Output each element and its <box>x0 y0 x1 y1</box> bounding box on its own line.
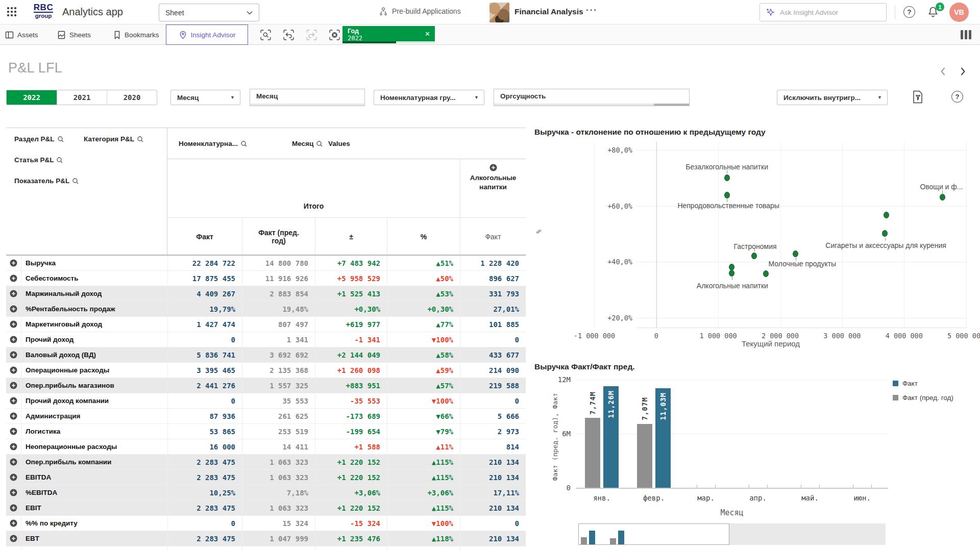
table-row[interactable]: EBT2 283 4751 047 999+1 235 476▲118%210 … <box>6 531 526 546</box>
row-label[interactable]: Валовый доход (ВД) <box>21 351 96 359</box>
chart-range-navigator[interactable] <box>578 523 886 545</box>
table-row[interactable]: EBIT2 283 4751 063 323+1 220 152▲115%210… <box>6 500 526 516</box>
row-label[interactable]: Выручка <box>21 259 56 267</box>
undo-selection-button[interactable] <box>282 29 295 41</box>
row-label[interactable]: Неоперационные расходы <box>21 443 117 450</box>
col-dim-nomenclature[interactable]: Номенклатурна... <box>179 140 248 147</box>
table-row[interactable]: Прочий доход01 341-1 341▼100%0 <box>6 332 526 347</box>
navigator-window[interactable] <box>578 523 729 545</box>
expand-row-icon[interactable] <box>6 347 21 362</box>
row-label[interactable]: %EBITDA <box>21 489 57 496</box>
row-label[interactable]: EBT <box>21 535 39 542</box>
bar-fact-prev[interactable] <box>637 424 652 488</box>
expand-row-icon[interactable] <box>6 485 21 500</box>
row-label-cell[interactable]: Прочий доход <box>6 332 167 347</box>
bar-fact-prev[interactable] <box>585 418 600 488</box>
insight-advisor-button[interactable]: Insight Advisor <box>166 24 248 45</box>
expand-row-icon[interactable] <box>6 378 21 393</box>
row-label[interactable]: EBITDA <box>21 473 51 481</box>
insight-advisor-search[interactable] <box>760 3 887 21</box>
redo-selection-button[interactable] <box>305 29 318 41</box>
scatter-point[interactable] <box>724 174 730 181</box>
table-row[interactable]: %% по кредиту015 324-15 324▼100%0 <box>6 516 526 531</box>
row-label-cell[interactable]: Логистика <box>6 424 167 439</box>
expand-icon[interactable] <box>10 397 17 405</box>
row-label-cell[interactable]: Прочий доход компании <box>6 393 167 408</box>
table-row[interactable]: Маржинальный доход4 409 2672 883 854+1 5… <box>6 286 526 302</box>
row-label[interactable]: Прочий доход <box>21 336 74 343</box>
row-label-cell[interactable]: %Рентабельность продаж <box>6 302 167 316</box>
row-label-cell[interactable]: Себестоимость <box>6 271 167 286</box>
nomenclature-dropdown[interactable]: Номенклатурная гру... ▼ <box>374 90 484 105</box>
measure-fact-alco[interactable]: Факт <box>460 217 526 256</box>
expand-row-icon[interactable] <box>6 363 21 378</box>
year-tab-2020[interactable]: 2020 <box>107 90 157 105</box>
layout-columns-icon[interactable] <box>961 30 971 39</box>
expand-row-icon[interactable] <box>6 439 21 454</box>
group-header-total[interactable]: Итого <box>167 159 460 217</box>
current-app-name[interactable]: Financial Analysis <box>514 7 583 16</box>
dim-statya[interactable]: Статья P&L <box>14 156 63 164</box>
row-label-cell[interactable]: Маркетинговый доход <box>6 317 167 332</box>
next-sheet-chevron[interactable] <box>957 65 970 79</box>
table-row[interactable]: Валовый доход (ВД)5 836 7413 692 692+2 1… <box>6 347 526 363</box>
expand-icon[interactable] <box>10 535 17 542</box>
expand-icon[interactable] <box>10 473 17 481</box>
row-label-cell[interactable]: Операционные расходы <box>6 363 167 378</box>
expand-icon[interactable] <box>10 351 17 359</box>
row-label-cell[interactable]: Валовый доход (ВД) <box>6 347 167 362</box>
expand-icon[interactable] <box>10 336 17 343</box>
prebuild-applications-link[interactable]: Pre-build Applications <box>379 7 461 16</box>
expand-row-icon[interactable] <box>6 500 21 515</box>
app-thumbnail[interactable] <box>489 3 509 22</box>
row-label-cell[interactable]: Неоперационные расходы <box>6 439 167 454</box>
expand-row-icon[interactable] <box>6 302 21 316</box>
expand-row-icon[interactable] <box>6 256 21 270</box>
expand-icon[interactable] <box>10 366 17 374</box>
row-label[interactable]: %Рентабельность продаж <box>21 305 115 313</box>
prev-sheet-chevron[interactable] <box>937 65 950 79</box>
row-label-cell[interactable]: EBITDA <box>6 470 167 485</box>
year-tab-2022[interactable]: 2022 <box>7 90 57 105</box>
expand-icon[interactable] <box>10 428 17 435</box>
clear-selections-button[interactable] <box>328 29 341 41</box>
app-launcher-icon[interactable] <box>7 7 18 18</box>
row-label-cell[interactable]: EBT <box>6 531 167 546</box>
scatter-point[interactable] <box>729 270 734 277</box>
dim-pokazatel[interactable]: Показатель P&L <box>14 177 79 185</box>
row-label-cell[interactable]: Опер.прибыль магазинов <box>6 378 167 393</box>
org-listbox[interactable]: Оргсущность <box>494 89 690 106</box>
table-row[interactable]: Опер.прибыль магазинов2 441 2761 557 325… <box>6 378 526 393</box>
listbox-scrollbar[interactable] <box>250 104 364 106</box>
row-label[interactable]: Администрация <box>21 412 80 420</box>
expand-icon[interactable] <box>10 504 17 512</box>
sheet-selector[interactable]: Sheet <box>159 4 259 21</box>
expand-icon[interactable] <box>10 274 17 282</box>
col-dim-values[interactable]: Values <box>328 140 350 147</box>
table-row[interactable] <box>6 546 526 551</box>
selection-chip-year[interactable]: Год 2022 ✕ <box>342 26 435 43</box>
help-icon[interactable]: ? <box>903 6 915 18</box>
more-menu[interactable]: ··· <box>586 5 598 15</box>
scatter-point[interactable] <box>751 253 757 259</box>
exclude-intragroup-dropdown[interactable]: Исключить внутригр... ▼ <box>777 90 888 105</box>
col-dim-month[interactable]: Месяц <box>292 140 323 147</box>
selections-tool-button[interactable] <box>259 29 272 41</box>
measure-delta[interactable]: ± <box>315 217 387 256</box>
expand-icon[interactable] <box>489 164 497 171</box>
dim-kategoria[interactable]: Категория P&L <box>84 135 144 143</box>
table-row[interactable]: EBITDA2 283 4751 063 323+1 220 152▲115%2… <box>6 470 526 485</box>
scatter-point[interactable] <box>763 270 769 277</box>
sheets-button[interactable]: Sheets <box>57 24 91 45</box>
user-avatar[interactable]: VB <box>949 3 969 22</box>
row-label[interactable]: %% по кредиту <box>21 519 78 527</box>
table-row[interactable]: Операционные расходы3 395 4652 135 368+1… <box>6 363 526 378</box>
dim-razdel[interactable]: Раздел P&L <box>14 135 64 143</box>
table-row[interactable]: Опер.прибыль компании2 283 4751 063 323+… <box>6 455 526 470</box>
scatter-point[interactable] <box>884 212 889 218</box>
expand-icon[interactable] <box>10 443 17 450</box>
sheet-help-icon[interactable]: ? <box>951 91 963 103</box>
table-row[interactable]: Неоперационные расходы16 00014 411+1 588… <box>6 439 526 455</box>
ask-insight-advisor-input[interactable] <box>780 9 872 16</box>
assets-button[interactable]: Assets <box>5 24 38 45</box>
